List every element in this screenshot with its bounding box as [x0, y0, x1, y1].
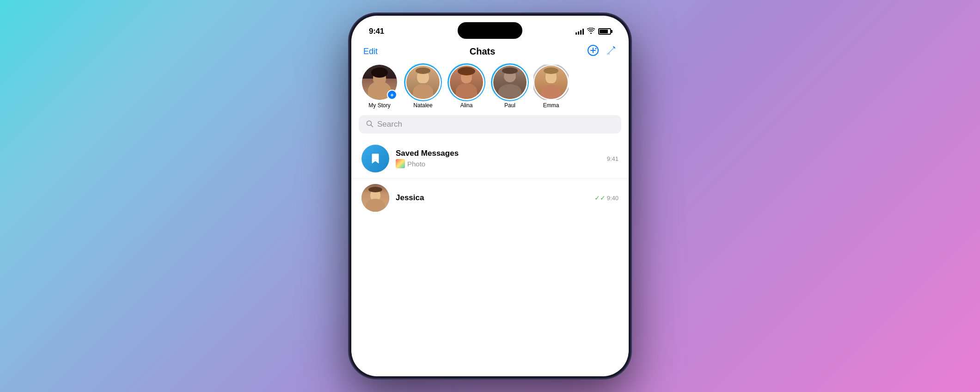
- page-title: Chats: [470, 46, 496, 57]
- story-item-alina[interactable]: Alina: [446, 65, 487, 109]
- search-bar[interactable]: Search: [359, 115, 621, 134]
- chat-preview-saved-messages: Photo: [396, 159, 600, 168]
- phone-wrapper: 9:41: [349, 13, 631, 379]
- saved-messages-avatar: [361, 145, 389, 172]
- chat-time-jessica: 9:40: [607, 195, 619, 202]
- story-item-my-story[interactable]: + My Story: [359, 65, 400, 109]
- app-background: 9:41: [0, 0, 980, 392]
- svg-rect-4: [607, 53, 610, 55]
- double-check-icon: ✓✓: [594, 194, 606, 202]
- chat-meta-jessica: ✓✓ 9:40: [594, 194, 619, 202]
- chat-name-jessica: Jessica: [396, 193, 588, 202]
- chat-preview-text: Photo: [407, 160, 425, 168]
- svg-point-3: [595, 48, 596, 49]
- chat-name-saved-messages: Saved Messages: [396, 149, 600, 158]
- story-label-emma: Emma: [543, 102, 559, 109]
- stories-row: + My Story: [351, 63, 629, 115]
- dynamic-island: [458, 22, 522, 39]
- chat-list: Saved Messages Photo 9:41: [351, 139, 629, 376]
- story-label-alina: Alina: [460, 102, 473, 109]
- chat-time-saved-messages: 9:41: [607, 155, 619, 162]
- story-label-my-story: My Story: [368, 102, 390, 109]
- search-container: Search: [351, 115, 629, 139]
- jessica-avatar: [361, 184, 389, 212]
- chat-time-row-jessica: ✓✓ 9:40: [594, 194, 619, 202]
- status-icons: [576, 28, 611, 35]
- edit-button[interactable]: Edit: [363, 47, 378, 56]
- chat-meta-saved-messages: 9:41: [607, 155, 619, 162]
- compose-icon[interactable]: [606, 45, 617, 58]
- story-label-natalee: Natalee: [413, 102, 432, 109]
- new-group-icon[interactable]: [587, 44, 599, 58]
- photo-thumbnail: [396, 159, 405, 168]
- story-label-paul: Paul: [504, 102, 515, 109]
- phone-screen: 9:41: [351, 16, 629, 376]
- battery-icon: [598, 28, 611, 35]
- search-placeholder: Search: [377, 120, 402, 129]
- story-item-emma[interactable]: Emma: [533, 65, 570, 109]
- search-icon: [366, 120, 374, 129]
- svg-line-6: [371, 125, 373, 127]
- chat-content-jessica: Jessica: [396, 193, 588, 202]
- chat-content-saved-messages: Saved Messages Photo: [396, 149, 600, 168]
- nav-header: Edit Chats: [351, 43, 629, 63]
- chat-item-jessica[interactable]: Jessica ✓✓ 9:40: [351, 178, 629, 217]
- story-item-paul[interactable]: Paul: [489, 65, 531, 109]
- phone-frame: 9:41: [349, 13, 631, 379]
- my-story-plus-button[interactable]: +: [387, 90, 397, 100]
- chat-item-saved-messages[interactable]: Saved Messages Photo 9:41: [351, 139, 629, 178]
- wifi-icon: [587, 28, 595, 35]
- status-time: 9:41: [369, 27, 384, 36]
- story-item-natalee[interactable]: Natalee: [402, 65, 444, 109]
- nav-actions: [587, 44, 617, 58]
- signal-icon: [576, 29, 584, 35]
